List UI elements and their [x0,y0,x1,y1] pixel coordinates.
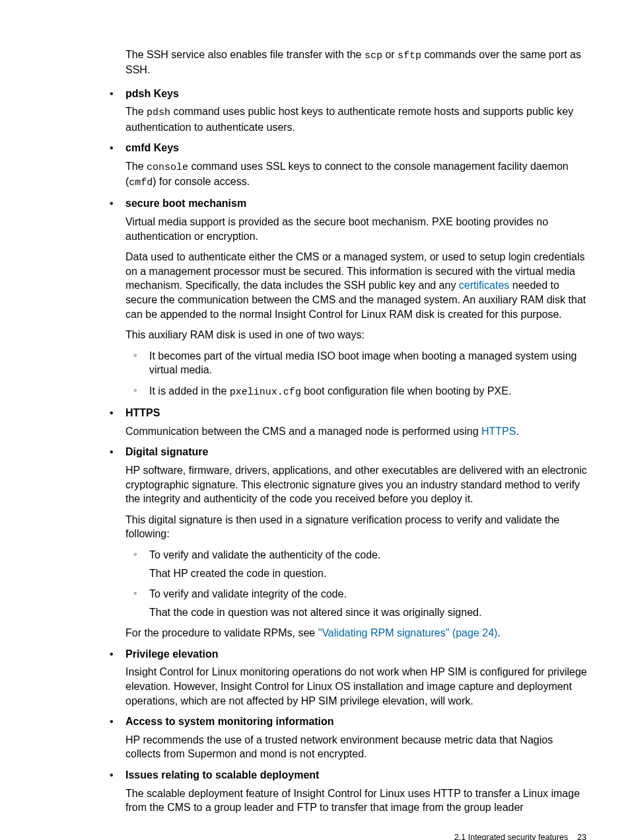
heading-cmfd-keys: cmfd Keys [125,141,590,155]
link-certificates[interactable]: certificates [459,280,509,291]
text: . [497,627,500,638]
item-https: HTTPS Communication between the CMS and … [106,406,590,438]
paragraph: Virtual media support is provided as the… [125,215,590,243]
text: ) for console access. [153,176,250,187]
item-cmfd-keys: cmfd Keys The console command uses SSL k… [106,141,590,190]
code-cmfd: cmfd [129,177,153,188]
code-scp: scp [365,50,382,61]
security-features-list: pdsh Keys The pdsh command uses public h… [106,87,590,815]
item-scalable-deployment: Issues relating to scalable deployment T… [106,768,590,815]
text: boot configuration file when booting by … [301,385,511,397]
paragraph: The console command uses SSL keys to con… [125,159,590,190]
paragraph: Insight Control for Linux monitoring ope… [125,665,590,708]
text: command uses public host keys to authent… [125,106,573,132]
text: To verify and validate integrity of the … [149,588,347,599]
text: It is added in the [149,385,230,397]
item-secure-boot: secure boot mechanism Virtual media supp… [106,196,590,399]
paragraph: HP software, firmware, drivers, applicat… [125,463,590,506]
footer-page-number: 23 [577,833,586,840]
text: The [125,161,147,172]
sub-item: It becomes part of the virtual media ISO… [125,349,590,377]
paragraph: HP recommends the use of a trusted netwo… [125,733,590,761]
paragraph: The pdsh command uses public host keys t… [125,104,590,134]
text: or [382,49,398,60]
item-digital-signature: Digital signature HP software, firmware,… [106,445,590,640]
text: It becomes part of the virtual media ISO… [149,350,577,376]
heading-pdsh-keys: pdsh Keys [125,87,590,101]
text: To verify and validate the authenticity … [149,549,380,560]
code-console: console [147,162,188,173]
heading-digital-signature: Digital signature [125,445,590,459]
code-pxelinux: pxelinux.cfg [230,387,301,398]
paragraph: Data used to authenticate either the CMS… [125,250,590,321]
paragraph: This auxiliary RAM disk is used in one o… [125,328,590,342]
sub-item: To verify and validate integrity of the … [125,587,590,619]
text: For the procedure to validate RPMs, see [125,627,318,638]
link-validating-rpm[interactable]: "Validating RPM signatures" (page 24) [318,627,498,638]
item-privilege-elevation: Privilege elevation Insight Control for … [106,647,590,708]
item-access-monitoring: Access to system monitoring information … [106,714,590,761]
sub-list: To verify and validate the authenticity … [125,548,590,619]
paragraph: Communication between the CMS and a mana… [125,424,590,439]
text: That the code in question was not altere… [149,605,590,620]
heading-https: HTTPS [125,406,590,420]
heading-scalable-deployment: Issues relating to scalable deployment [125,768,590,783]
paragraph: The scalable deployment feature of Insig… [125,786,590,815]
page-footer: 2.1 Integrated security features 23 [40,832,590,840]
intro-paragraph: The SSH service also enables file transf… [125,48,590,77]
heading-secure-boot: secure boot mechanism [125,196,590,211]
sub-item: It is added in the pxelinux.cfg boot con… [125,384,590,399]
code-pdsh: pdsh [147,107,170,118]
item-pdsh-keys: pdsh Keys The pdsh command uses public h… [106,87,590,134]
sub-list: It becomes part of the virtual media ISO… [125,349,590,399]
paragraph: For the procedure to validate RPMs, see … [125,626,590,640]
sub-item: To verify and validate the authenticity … [125,548,590,580]
code-sftp: sftp [398,50,421,61]
link-https[interactable]: HTTPS [481,426,516,437]
text: The [125,106,147,117]
footer-section: 2.1 Integrated security features [454,833,568,840]
heading-privilege-elevation: Privilege elevation [125,647,590,662]
text: Communication between the CMS and a mana… [125,426,481,437]
text: . [516,426,518,437]
text: The SSH service also enables file transf… [125,49,365,60]
heading-access-monitoring: Access to system monitoring information [125,714,590,729]
paragraph: This digital signature is then used in a… [125,513,590,541]
text: That HP created the code in question. [149,566,590,581]
